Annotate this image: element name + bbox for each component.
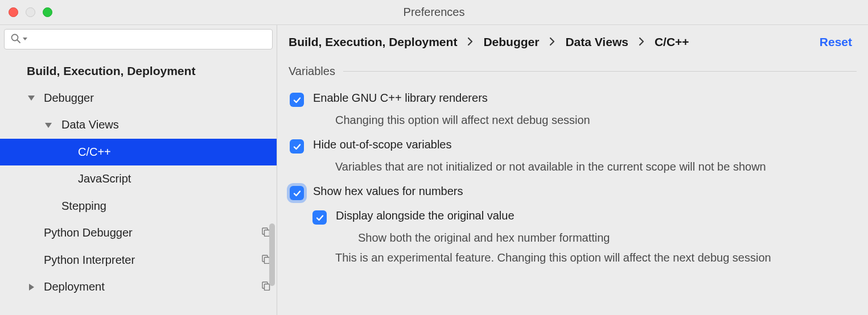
- breadcrumb-item[interactable]: Data Views: [565, 35, 628, 49]
- search-icon: [10, 33, 22, 46]
- reset-button[interactable]: Reset: [820, 35, 857, 49]
- chevron-right-icon: [549, 37, 555, 48]
- chevron-down-icon[interactable]: [27, 94, 35, 102]
- sidebar: Build, Execution, Deployment Debugger Da…: [0, 25, 277, 315]
- option-label: Show hex values for numbers: [313, 185, 463, 198]
- tree-item-c-cpp[interactable]: C/C++: [0, 139, 277, 166]
- breadcrumbs: Build, Execution, Deployment Debugger Da…: [277, 25, 868, 52]
- zoom-window-button[interactable]: [43, 7, 52, 17]
- tree-item-python-debugger[interactable]: Python Debugger: [0, 219, 277, 247]
- chevron-down-icon[interactable]: [44, 121, 52, 129]
- window-title: Preferences: [0, 6, 868, 19]
- tree-item-python-interpreter[interactable]: Python Interpreter: [0, 247, 277, 274]
- tree-item-javascript[interactable]: JavaScript: [0, 165, 277, 193]
- svg-point-0: [12, 34, 18, 40]
- checkbox-gnu-renderers[interactable]: [290, 93, 304, 107]
- tree-item-stepping[interactable]: Stepping: [0, 193, 277, 220]
- tree-item-deployment[interactable]: Deployment: [0, 273, 277, 301]
- tree-item-data-views[interactable]: Data Views: [0, 111, 277, 139]
- chevron-down-icon: [23, 37, 27, 42]
- chevron-right-icon[interactable]: [27, 283, 35, 291]
- checkbox-hide-out-of-scope[interactable]: [290, 139, 304, 154]
- search-row: [0, 25, 277, 53]
- titlebar: Preferences: [0, 0, 868, 25]
- breadcrumb-item[interactable]: Debugger: [483, 35, 539, 49]
- main-panel: Build, Execution, Deployment Debugger Da…: [277, 25, 868, 315]
- divider: [343, 71, 857, 72]
- close-window-button[interactable]: [9, 7, 18, 17]
- window-controls: [0, 7, 52, 17]
- option-note: This is an experimental feature. Changin…: [290, 248, 857, 264]
- section-title: Variables: [289, 65, 335, 78]
- tree-item-build-execution-deployment[interactable]: Build, Execution, Deployment: [0, 57, 277, 85]
- option-label: Display alongside the original value: [336, 209, 515, 222]
- minimize-window-button[interactable]: [26, 7, 35, 17]
- option-hide-out-of-scope: Hide out-of-scope variables: [290, 130, 857, 155]
- options: Enable GNU C++ library renderers Changin…: [277, 78, 868, 264]
- svg-rect-7: [265, 284, 270, 291]
- option-gnu-renderers: Enable GNU C++ library renderers: [290, 84, 857, 108]
- option-display-alongside: Display alongside the original value: [290, 201, 857, 226]
- content: Build, Execution, Deployment Debugger Da…: [0, 25, 868, 315]
- preferences-tree: Build, Execution, Deployment Debugger Da…: [0, 53, 277, 315]
- svg-line-1: [18, 40, 20, 43]
- option-description: Variables that are not initialized or no…: [290, 155, 857, 177]
- option-label: Hide out-of-scope variables: [313, 138, 451, 151]
- chevron-right-icon: [639, 37, 644, 48]
- option-show-hex: Show hex values for numbers: [290, 177, 857, 201]
- chevron-right-icon: [467, 37, 473, 48]
- breadcrumb-item[interactable]: Build, Execution, Deployment: [289, 35, 457, 49]
- scrollbar-thumb[interactable]: [269, 223, 275, 286]
- tree-item-debugger[interactable]: Debugger: [0, 85, 277, 112]
- option-description: Changing this option will affect next de…: [290, 108, 857, 130]
- checkbox-show-hex[interactable]: [290, 186, 304, 200]
- option-label: Enable GNU C++ library renderers: [313, 92, 488, 105]
- section-header: Variables: [277, 52, 868, 78]
- checkbox-display-alongside[interactable]: [312, 210, 327, 225]
- search-box[interactable]: [4, 29, 273, 49]
- search-input[interactable]: [27, 34, 266, 45]
- option-description: Show both the original and hex number fo…: [290, 226, 857, 248]
- breadcrumb-item: C/C++: [655, 35, 689, 49]
